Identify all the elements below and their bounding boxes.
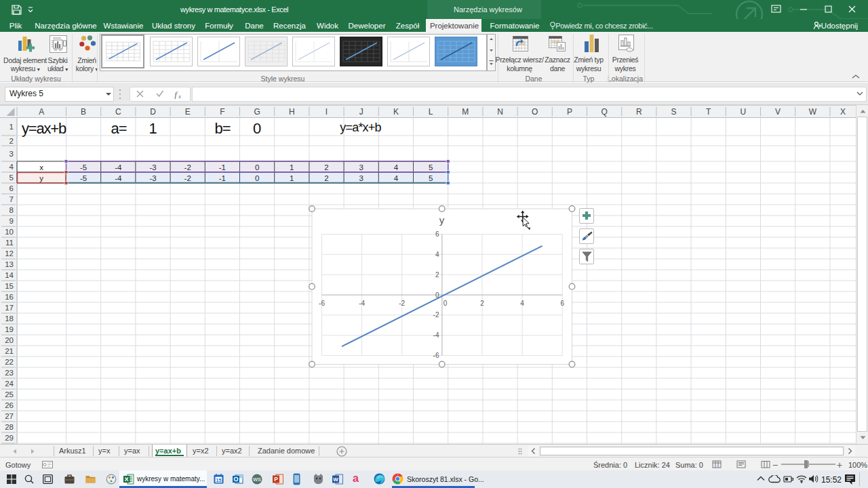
svg-text:Q: Q [601,107,607,117]
svg-text:-2: -2 [399,300,405,307]
svg-text:16: 16 [5,293,14,301]
svg-text:R: R [636,107,642,117]
svg-text:21: 21 [5,347,14,355]
svg-text:C: C [115,107,121,117]
svg-text:19: 19 [5,325,14,333]
svg-text:2: 2 [9,137,14,145]
svg-text:B: B [81,107,86,117]
svg-text:W: W [333,476,338,483]
svg-text:26: 26 [5,401,14,409]
svg-text:27: 27 [5,412,14,420]
svg-text:4: 4 [9,163,14,171]
svg-text:D: D [150,107,156,117]
svg-text:4: 4 [520,300,524,307]
svg-text:15: 15 [5,282,14,290]
svg-text:E: E [185,107,191,117]
svg-text:N: N [497,107,503,117]
svg-text:5: 5 [9,174,14,182]
svg-text:X: X [840,107,846,117]
svg-text:0: 0 [253,120,261,137]
svg-text:12: 12 [5,249,14,258]
svg-text:O: O [532,107,538,117]
svg-text:9: 9 [9,217,14,225]
svg-text:-4: -4 [433,331,439,339]
svg-text:6: 6 [560,300,564,307]
svg-text:x: x [178,94,181,99]
svg-text:S: S [671,107,676,117]
svg-text:6: 6 [9,184,14,192]
svg-text:H: H [289,107,295,117]
svg-text:17: 17 [5,304,14,312]
svg-text:20: 20 [5,336,14,344]
svg-text:15: 15 [216,478,222,483]
svg-text:-6: -6 [319,300,325,307]
svg-text:b=: b= [214,120,230,137]
svg-text:1: 1 [9,123,14,131]
svg-text:18: 18 [5,314,14,323]
svg-text:-4: -4 [359,300,365,307]
svg-text:y=ax+b: y=ax+b [22,120,66,137]
svg-text:WS: WS [253,476,261,483]
svg-text:24: 24 [5,380,14,388]
svg-text:1: 1 [149,120,157,137]
svg-text:K: K [393,107,399,117]
svg-text:-2: -2 [433,311,439,319]
svg-text:a=: a= [111,120,126,137]
svg-text:T: T [706,107,711,117]
svg-text:22: 22 [5,358,14,366]
svg-text:2: 2 [480,300,484,307]
svg-text:L: L [429,107,433,117]
svg-text:W: W [809,107,817,117]
svg-text:28: 28 [5,423,14,431]
svg-text:y=a*x+b: y=a*x+b [340,121,381,134]
svg-text:V: V [775,107,781,117]
svg-text:2: 2 [435,271,439,279]
svg-text:x: x [39,163,43,171]
svg-text:M: M [462,107,469,117]
svg-text:A: A [39,107,44,117]
svg-text:3: 3 [9,150,14,158]
svg-text:23: 23 [5,369,14,377]
svg-text:8: 8 [9,206,14,214]
svg-text:P: P [274,476,278,483]
svg-text:11: 11 [5,239,14,247]
svg-text:25: 25 [5,390,14,399]
svg-text:I: I [326,107,328,117]
svg-text:F: F [220,107,224,117]
svg-text:G: G [254,107,260,117]
svg-text:10: 10 [5,228,14,236]
svg-text:0: 0 [443,300,448,307]
svg-text:13: 13 [5,260,14,268]
svg-text:4: 4 [435,251,439,258]
svg-text:-6: -6 [433,352,439,359]
svg-text:y: y [439,214,445,226]
svg-text:P: P [567,107,572,117]
svg-text:J: J [359,107,363,117]
svg-text:6: 6 [435,230,439,238]
svg-text:7: 7 [9,195,14,203]
svg-text:14: 14 [5,271,14,279]
svg-text:U: U [741,107,747,117]
svg-text:29: 29 [5,434,14,442]
